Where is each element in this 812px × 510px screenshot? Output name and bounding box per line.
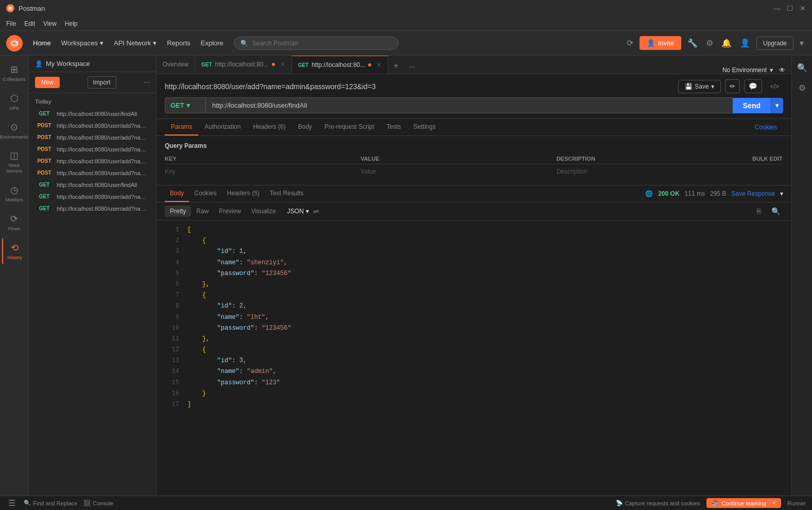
- value-input[interactable]: [360, 166, 552, 177]
- list-item[interactable]: POST http://localhost:8080/user/add?name…: [29, 120, 156, 131]
- capture-requests-button[interactable]: 📡 Capture requests and cookies: [616, 500, 700, 506]
- panel-toggle-icon[interactable]: ☰: [6, 496, 18, 510]
- tab-request-1[interactable]: GET http://localhost:80... ✕: [195, 56, 292, 74]
- save-dropdown-icon: ▾: [711, 83, 714, 90]
- copy-button[interactable]: ⎘: [754, 206, 764, 216]
- code-button[interactable]: </>: [766, 80, 783, 93]
- minimize-button[interactable]: —: [773, 4, 781, 12]
- sidebar-item-environments[interactable]: ⊙ Environments: [2, 117, 27, 144]
- expand-icon[interactable]: ▾: [798, 36, 806, 50]
- search-input[interactable]: [252, 40, 392, 47]
- bulk-edit-button[interactable]: Bulk Edit: [752, 156, 783, 162]
- cookies-link[interactable]: Cookies: [749, 120, 783, 135]
- tab-close-1[interactable]: ✕: [280, 61, 285, 68]
- sidebar-item-apis[interactable]: ⬡ APIs: [2, 89, 27, 115]
- maximize-button[interactable]: ☐: [787, 4, 793, 12]
- body-tab-preview[interactable]: Preview: [214, 206, 246, 217]
- list-item[interactable]: POST http://localhost:8080/user/add?name…: [29, 131, 156, 143]
- settings-icon[interactable]: ⚙: [704, 36, 715, 50]
- response-tab-headers[interactable]: Headers (5): [222, 185, 265, 202]
- wrap-text-icon[interactable]: ⇌: [313, 207, 319, 215]
- nav-reports[interactable]: Reports: [163, 37, 195, 49]
- menu-view[interactable]: View: [43, 20, 57, 27]
- sidebar-item-mock-servers[interactable]: ◫ Mock Servers: [2, 146, 27, 178]
- sidebar-item-collections[interactable]: ⊞ Collections: [2, 60, 27, 87]
- body-tab-raw[interactable]: Raw: [191, 206, 214, 217]
- tab-settings[interactable]: Settings: [407, 119, 442, 135]
- list-item[interactable]: GET http://localhost:8080/user/add?name=…: [29, 191, 156, 202]
- response-tab-cookies[interactable]: Cookies: [189, 185, 221, 202]
- nav-home[interactable]: Home: [29, 37, 55, 49]
- nav-api-network[interactable]: API Network ▾: [110, 37, 161, 49]
- tab-headers[interactable]: Headers (6): [247, 119, 291, 135]
- method-badge: POST: [35, 146, 54, 152]
- nav-explore[interactable]: Explore: [197, 37, 228, 49]
- sidebar-item-history[interactable]: ⟲ History: [2, 238, 27, 265]
- key-input[interactable]: [165, 166, 356, 177]
- format-selector[interactable]: JSON ▾: [287, 208, 309, 215]
- close-button[interactable]: ✕: [800, 4, 806, 12]
- send-dropdown-button[interactable]: ▾: [771, 98, 783, 113]
- save-response-dropdown-icon[interactable]: ▾: [780, 190, 783, 197]
- upgrade-button[interactable]: Upgrade: [756, 37, 793, 50]
- response-tab-test-results[interactable]: Test Results: [265, 185, 308, 202]
- continue-learning-button[interactable]: 📚 Continue learning ✕: [706, 498, 781, 508]
- environment-selector[interactable]: No Environment ▾ 👁: [716, 66, 791, 74]
- save-button[interactable]: 💾 Save ▾: [678, 80, 720, 93]
- tab-authorization[interactable]: Authorization: [198, 119, 247, 135]
- invite-button[interactable]: 👤Invite: [640, 36, 681, 50]
- list-item[interactable]: GET http://localhost:8080/user/findAll: [29, 108, 156, 120]
- find-replace-button[interactable]: 🔍 Find and Replace: [24, 500, 77, 506]
- save-response-button[interactable]: Save Response: [731, 190, 775, 197]
- tab-pre-request-script[interactable]: Pre-request Script: [318, 119, 381, 135]
- sync-icon[interactable]: ⟳: [625, 36, 635, 50]
- method-selector[interactable]: GET ▾: [165, 97, 206, 113]
- description-input[interactable]: [557, 166, 748, 177]
- avatar[interactable]: 👤: [738, 36, 752, 50]
- send-button[interactable]: Send: [733, 98, 771, 113]
- edit-button[interactable]: ✏: [725, 79, 740, 93]
- add-tab-button[interactable]: +: [388, 58, 403, 74]
- tab-overview[interactable]: Overview: [157, 56, 195, 74]
- right-panel-settings-icon[interactable]: ⚙: [796, 80, 809, 96]
- new-button[interactable]: New: [35, 77, 60, 88]
- workspace-icon: 👤: [35, 60, 43, 67]
- tab-tests[interactable]: Tests: [381, 119, 407, 135]
- tab-params[interactable]: Params: [165, 119, 198, 135]
- tools-icon[interactable]: 🔧: [685, 36, 700, 50]
- tab-body[interactable]: Body: [292, 119, 318, 135]
- code-line-1: 1 [: [157, 225, 791, 235]
- list-item[interactable]: POST http://localhost:8080/user/add?name…: [29, 155, 156, 167]
- search-button[interactable]: 🔍: [768, 206, 783, 216]
- eye-icon[interactable]: 👁: [779, 66, 785, 74]
- comment-button[interactable]: 💬: [744, 79, 762, 93]
- list-item[interactable]: POST http://localhost:8080/user/add?name…: [29, 143, 156, 155]
- continue-learning-close[interactable]: ✕: [771, 500, 776, 506]
- code-line-17: 17 ]: [157, 399, 791, 410]
- more-tabs-button[interactable]: ⋯: [404, 60, 420, 74]
- sidebar-item-monitors[interactable]: ◷ Monitors: [2, 180, 27, 207]
- more-options-button[interactable]: ⋯: [144, 79, 150, 86]
- tab-close-2[interactable]: ✕: [376, 61, 382, 69]
- import-button[interactable]: Import: [88, 76, 116, 89]
- nav-workspaces[interactable]: Workspaces ▾: [57, 37, 108, 49]
- sidebar-item-flows[interactable]: ⟳ Flows: [2, 209, 27, 236]
- tab-request-2[interactable]: GET http://localhost:80... ✕: [292, 56, 389, 74]
- url-input[interactable]: [206, 97, 733, 113]
- notification-icon[interactable]: 🔔: [719, 36, 734, 50]
- list-item[interactable]: GET http://localhost:8080/user/add?name=…: [29, 202, 156, 214]
- console-button[interactable]: ⬛ Console: [83, 500, 113, 506]
- list-item[interactable]: POST http://localhost:8080/user/add?name…: [29, 167, 156, 179]
- right-panel-search-icon[interactable]: 🔍: [794, 60, 810, 76]
- body-tab-visualize[interactable]: Visualize: [246, 206, 281, 217]
- menu-file[interactable]: File: [6, 20, 16, 27]
- body-tab-pretty[interactable]: Pretty: [165, 206, 191, 217]
- menu-edit[interactable]: Edit: [24, 20, 35, 27]
- window-controls[interactable]: — ☐ ✕: [773, 4, 806, 12]
- code-line-7: 7 {: [157, 290, 791, 301]
- runner-button[interactable]: Runner: [787, 500, 806, 506]
- menu-help[interactable]: Help: [65, 20, 78, 27]
- list-item[interactable]: GET http://localhost:8080/user/findAll: [29, 179, 156, 191]
- search-bar[interactable]: 🔍: [234, 37, 399, 50]
- response-tab-body[interactable]: Body: [165, 185, 189, 202]
